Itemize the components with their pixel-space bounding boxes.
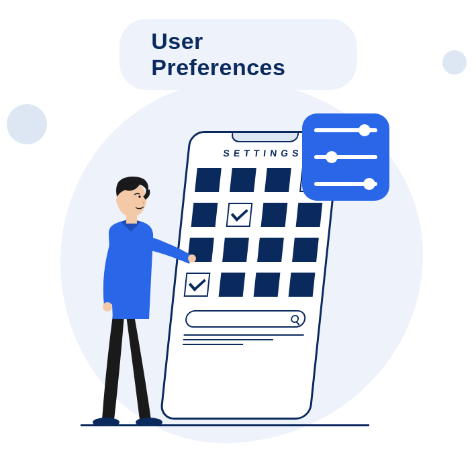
setting-tile[interactable] bbox=[265, 168, 291, 192]
checkbox-checked[interactable] bbox=[226, 203, 252, 227]
page-title-pill: User Preferences bbox=[119, 19, 357, 90]
slider-knob[interactable] bbox=[326, 151, 338, 163]
slider[interactable] bbox=[314, 182, 377, 186]
svg-point-0 bbox=[93, 418, 120, 426]
setting-tile[interactable] bbox=[253, 273, 280, 297]
svg-point-6 bbox=[116, 197, 122, 205]
search-icon bbox=[291, 315, 299, 323]
setting-tile[interactable] bbox=[257, 238, 284, 262]
svg-point-7 bbox=[138, 195, 141, 198]
sliders-card bbox=[302, 113, 389, 201]
setting-tile[interactable] bbox=[230, 168, 256, 192]
check-icon bbox=[230, 204, 248, 221]
setting-tile[interactable] bbox=[260, 203, 287, 227]
setting-tile[interactable] bbox=[295, 203, 322, 227]
decorative-circle bbox=[442, 50, 467, 75]
setting-tile[interactable] bbox=[292, 238, 319, 262]
svg-point-2 bbox=[188, 254, 196, 263]
slider-knob[interactable] bbox=[363, 178, 375, 190]
slider[interactable] bbox=[314, 128, 377, 132]
search-input[interactable] bbox=[185, 310, 307, 328]
phone-notch bbox=[230, 133, 298, 142]
svg-point-3 bbox=[103, 302, 112, 312]
person-illustration bbox=[67, 158, 201, 426]
slider[interactable] bbox=[314, 155, 377, 159]
illustration-stage: SETTINGS bbox=[87, 117, 396, 426]
setting-tile[interactable] bbox=[288, 273, 315, 297]
slider-knob[interactable] bbox=[359, 124, 371, 136]
setting-tile[interactable] bbox=[218, 273, 245, 297]
page-title: User Preferences bbox=[151, 28, 325, 81]
setting-tile[interactable] bbox=[222, 238, 249, 262]
decorative-circle bbox=[7, 104, 47, 144]
